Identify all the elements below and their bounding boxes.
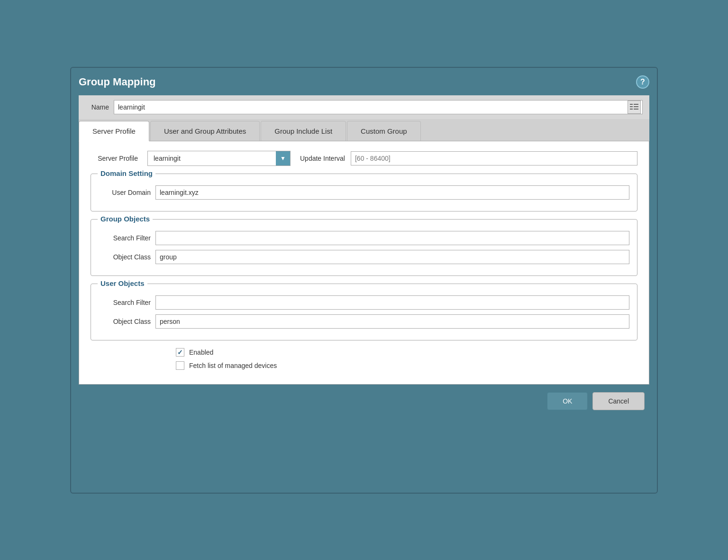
user-domain-input[interactable] bbox=[155, 185, 629, 200]
domain-setting-section: Domain Setting User Domain bbox=[91, 174, 637, 211]
footer: OK Cancel bbox=[79, 385, 649, 412]
svg-rect-0 bbox=[630, 104, 633, 105]
update-interval-row: Update Interval bbox=[300, 151, 637, 165]
fetch-devices-checkbox-row: Fetch list of managed devices bbox=[176, 361, 637, 370]
group-search-filter-input[interactable] bbox=[155, 231, 629, 245]
user-objects-section: User Objects Search Filter Object Class bbox=[91, 284, 637, 340]
name-input[interactable] bbox=[114, 100, 643, 114]
svg-rect-5 bbox=[634, 109, 638, 110]
group-objects-legend: Group Objects bbox=[98, 215, 153, 223]
user-object-class-label: Object Class bbox=[99, 318, 151, 325]
domain-setting-content: User Domain bbox=[99, 185, 629, 200]
fetch-devices-checkbox[interactable] bbox=[176, 361, 184, 370]
tab-server-profile[interactable]: Server Profile bbox=[79, 121, 149, 141]
user-objects-content: Search Filter Object Class bbox=[99, 295, 629, 329]
svg-rect-1 bbox=[634, 104, 638, 105]
update-interval-input[interactable] bbox=[351, 151, 637, 165]
ok-button[interactable]: OK bbox=[547, 392, 588, 410]
update-interval-label: Update Interval bbox=[300, 155, 345, 162]
fetch-devices-label: Fetch list of managed devices bbox=[189, 362, 277, 369]
svg-rect-3 bbox=[634, 106, 638, 107]
tab-content-server-profile: Server Profile learningit ▼ Update Inter… bbox=[79, 141, 649, 385]
name-list-icon[interactable] bbox=[628, 101, 641, 114]
tab-group-include-list[interactable]: Group Include List bbox=[261, 121, 346, 141]
enabled-checkbox-row: Enabled bbox=[176, 348, 637, 357]
group-objects-content: Search Filter Object Class bbox=[99, 231, 629, 264]
user-search-filter-row: Search Filter bbox=[99, 295, 629, 310]
name-label: Name bbox=[85, 103, 109, 111]
enabled-label: Enabled bbox=[189, 349, 213, 356]
group-object-class-input[interactable] bbox=[155, 250, 629, 264]
svg-rect-2 bbox=[630, 106, 633, 107]
cancel-button[interactable]: Cancel bbox=[592, 392, 645, 410]
help-icon[interactable]: ? bbox=[636, 75, 649, 89]
server-profile-row: Server Profile learningit ▼ Update Inter… bbox=[91, 151, 637, 166]
server-profile-dropdown-arrow[interactable]: ▼ bbox=[276, 151, 290, 165]
group-search-filter-label: Search Filter bbox=[99, 234, 151, 242]
user-object-class-row: Object Class bbox=[99, 314, 629, 329]
group-objects-section: Group Objects Search Filter Object Class bbox=[91, 219, 637, 276]
user-objects-legend: User Objects bbox=[98, 279, 147, 287]
server-profile-label: Server Profile bbox=[91, 155, 138, 162]
svg-rect-4 bbox=[630, 109, 633, 110]
tabs: Server Profile User and Group Attributes… bbox=[79, 119, 649, 141]
dialog-header: Group Mapping ? bbox=[79, 75, 649, 89]
group-mapping-dialog: Group Mapping ? Name Server Profile User… bbox=[70, 67, 658, 494]
name-row: Name bbox=[79, 95, 649, 119]
group-object-class-row: Object Class bbox=[99, 250, 629, 264]
user-search-filter-input[interactable] bbox=[155, 295, 629, 310]
group-object-class-label: Object Class bbox=[99, 253, 151, 261]
tab-user-group-attributes[interactable]: User and Group Attributes bbox=[150, 121, 260, 141]
tab-custom-group[interactable]: Custom Group bbox=[347, 121, 421, 141]
user-search-filter-label: Search Filter bbox=[99, 299, 151, 306]
server-profile-select-wrapper[interactable]: learningit ▼ bbox=[147, 151, 291, 166]
group-search-filter-row: Search Filter bbox=[99, 231, 629, 245]
domain-setting-legend: Domain Setting bbox=[98, 169, 155, 177]
enabled-checkbox[interactable] bbox=[176, 348, 184, 357]
user-domain-row: User Domain bbox=[99, 185, 629, 200]
server-profile-select-text: learningit bbox=[148, 152, 276, 165]
user-domain-label: User Domain bbox=[99, 189, 151, 196]
name-input-wrapper bbox=[114, 100, 643, 114]
user-object-class-input[interactable] bbox=[155, 314, 629, 329]
main-content: Server Profile User and Group Attributes… bbox=[79, 119, 649, 385]
dialog-title: Group Mapping bbox=[79, 76, 156, 88]
